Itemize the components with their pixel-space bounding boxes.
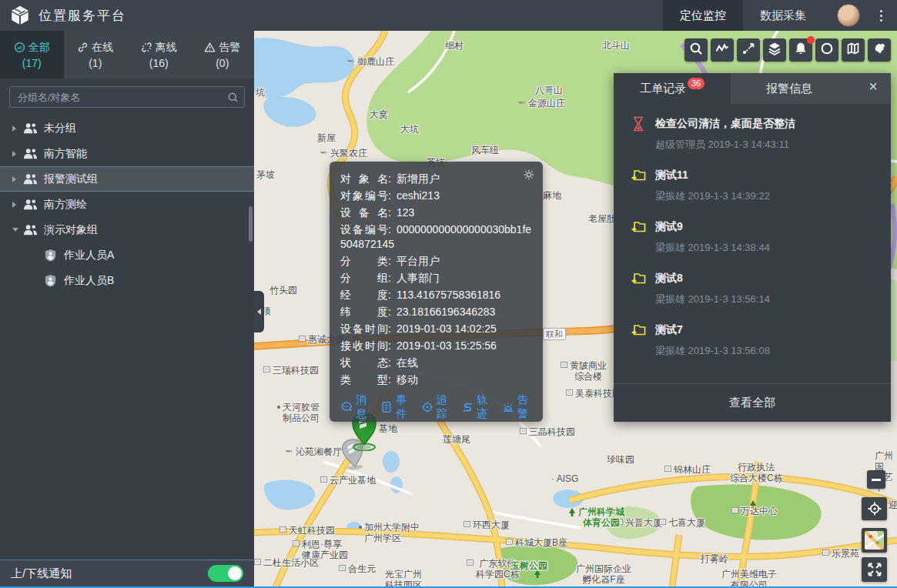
map-label: 云产业基地 <box>320 475 376 486</box>
tree-item[interactable]: 南方测绘 <box>0 192 254 217</box>
popup-action-link[interactable]: 消息 <box>340 393 370 421</box>
sidebar-scrollbar[interactable] <box>249 206 253 242</box>
map-label: 莲塘尾 <box>443 434 470 445</box>
poi-icon <box>568 508 576 517</box>
map-label: 八哥山 <box>535 85 563 95</box>
search-icon[interactable] <box>227 92 239 103</box>
popup-field: 分类:平台用户 <box>340 254 532 269</box>
tree-item[interactable]: 作业人员A <box>0 242 254 268</box>
work-order-item[interactable]: 测试8 梁振雄 2019-1-3 13:56:14 <box>614 271 891 322</box>
work-order-item[interactable]: 检查公司清洁，桌面是否整洁 超级管理员 2019-1-3 14:43:11 <box>614 116 891 168</box>
kebab-menu-icon[interactable] <box>871 0 891 31</box>
expander-arrow-icon[interactable] <box>12 176 23 182</box>
settings-gear-icon[interactable] <box>523 169 535 181</box>
popup-action-link[interactable]: 事件 <box>380 393 410 421</box>
notice-toggle[interactable] <box>208 565 243 582</box>
map-label: 乐景苑 <box>822 548 859 559</box>
work-order-icon <box>631 322 646 338</box>
popup-field: 状态:在线 <box>340 356 532 370</box>
work-order-icon <box>631 116 646 132</box>
map-label: 黄陂商业 综合楼 <box>561 360 607 382</box>
tree-item[interactable]: 作业人员B <box>0 268 254 293</box>
poi-icon <box>517 99 526 106</box>
header-nav-item[interactable]: 数据采集 <box>743 0 823 31</box>
status-tab[interactable]: 在线 (1) <box>64 31 128 79</box>
map-label: 新屋 <box>317 132 336 143</box>
work-order-list: 检查公司清洁，桌面是否整洁 超级管理员 2019-1-3 14:43:11 测试… <box>614 104 891 374</box>
popup-action-link[interactable]: 追踪 <box>421 393 451 421</box>
expander-arrow-icon[interactable] <box>12 228 23 232</box>
tree-item[interactable]: 南方智能 <box>0 141 254 166</box>
left-sidebar: all全部 (17) 在线 (1) 离线 (16) 告警 (0) <box>0 31 254 588</box>
map-label: 坑 <box>256 87 265 98</box>
map-tool-button[interactable] <box>711 38 734 62</box>
poi-icon <box>279 526 286 533</box>
map-label: 七喜大厦 <box>659 517 705 528</box>
work-order-icon <box>631 219 646 235</box>
map-tool-button[interactable] <box>868 38 891 62</box>
locate-button[interactable] <box>862 497 887 520</box>
poi-icon <box>731 507 738 513</box>
map-tool-button[interactable] <box>842 38 865 62</box>
panel-header: 工单记录36报警信息 × <box>614 73 891 104</box>
map-label: 御鹿山庄 <box>346 56 394 67</box>
popup-field: 对象编号:ceshi213 <box>340 189 532 203</box>
header-nav-item[interactable]: 定位监控 <box>663 0 743 31</box>
map-tool-button[interactable] <box>737 38 760 62</box>
fullscreen-button[interactable] <box>862 557 887 582</box>
zoom-out-button[interactable] <box>867 470 885 489</box>
status-tab[interactable]: all全部 (17) <box>0 31 64 79</box>
popup-field: 分组:人事部门 <box>340 271 532 286</box>
work-order-item[interactable]: 测试7 梁振雄 2019-1-3 13:56:08 <box>614 322 891 374</box>
notice-label: 上/下线通知 <box>11 566 72 581</box>
search-input[interactable] <box>10 87 244 107</box>
expander-arrow-icon[interactable] <box>12 151 23 157</box>
poi-icon <box>659 519 666 525</box>
tree-item[interactable]: 演示对象组 <box>0 217 254 242</box>
map-label: 广州国际企业 孵化器F座 <box>576 563 631 585</box>
popup-field: 纬度:23.18166196346283 <box>340 305 532 319</box>
poi-icon <box>467 560 474 566</box>
map-label: 合生元 <box>339 563 376 574</box>
work-order-item[interactable]: 测试9 梁振雄 2019-1-3 14:38:44 <box>614 219 891 271</box>
map-tool-button[interactable] <box>789 38 812 62</box>
map-label: 行政执法 综合大楼C栋 <box>730 462 783 483</box>
map-label: 加州大学附中 广州学区 <box>359 522 420 543</box>
tree-item[interactable]: 未分组 <box>0 115 254 141</box>
minimap-thumbnail <box>865 531 884 550</box>
status-tab[interactable]: 告警 (0) <box>191 31 255 79</box>
user-avatar[interactable] <box>837 4 860 27</box>
popup-action-link[interactable]: 轨迹 <box>461 393 491 421</box>
map-tool-button[interactable] <box>815 38 838 62</box>
view-all-button[interactable]: 查看全部 <box>614 383 891 422</box>
map-label: 二杜生活小区 <box>254 557 319 568</box>
map-label: 广州科学城 体育公园 <box>568 506 624 528</box>
status-tab-icon: all <box>14 42 25 53</box>
popup-field: 接收时间:2019-01-03 15:25:56 <box>340 339 532 353</box>
map-tool-button[interactable] <box>763 38 786 62</box>
map-canvas[interactable]: 细村 御鹿山庄 北斗山 八哥山 金源山庄 大窝 <box>254 31 897 588</box>
status-tab[interactable]: 离线 (16) <box>127 31 191 79</box>
map-label: 风车纽 <box>471 145 499 155</box>
expander-arrow-icon[interactable] <box>12 125 23 132</box>
close-icon[interactable]: × <box>863 78 883 95</box>
group-icon <box>43 249 58 262</box>
map-label: 科城大厦B座 <box>506 537 567 548</box>
panel-tab[interactable]: 报警信息 <box>731 73 848 104</box>
minimap-button[interactable] <box>862 528 887 553</box>
poi-icon <box>464 521 470 527</box>
poi-icon <box>520 428 527 434</box>
map-label: 万达中心 <box>731 506 778 516</box>
action-icon <box>461 401 474 413</box>
sidebar-collapse-handle[interactable] <box>254 291 264 332</box>
work-order-item[interactable]: 测试11 梁振雄 2019-1-3 14:39:22 <box>614 168 891 219</box>
map-toolbar <box>684 38 891 62</box>
popup-field: 经度:113.41675758361816 <box>340 288 532 302</box>
map-tool-button[interactable] <box>684 38 708 62</box>
tree-item[interactable]: 报警测试组 <box>0 166 254 192</box>
popup-action-link[interactable]: 告警 <box>502 393 532 421</box>
action-icon <box>502 401 514 413</box>
expander-arrow-icon[interactable] <box>12 202 23 208</box>
group-icon <box>23 223 38 236</box>
panel-tab[interactable]: 工单记录36 <box>614 73 731 104</box>
